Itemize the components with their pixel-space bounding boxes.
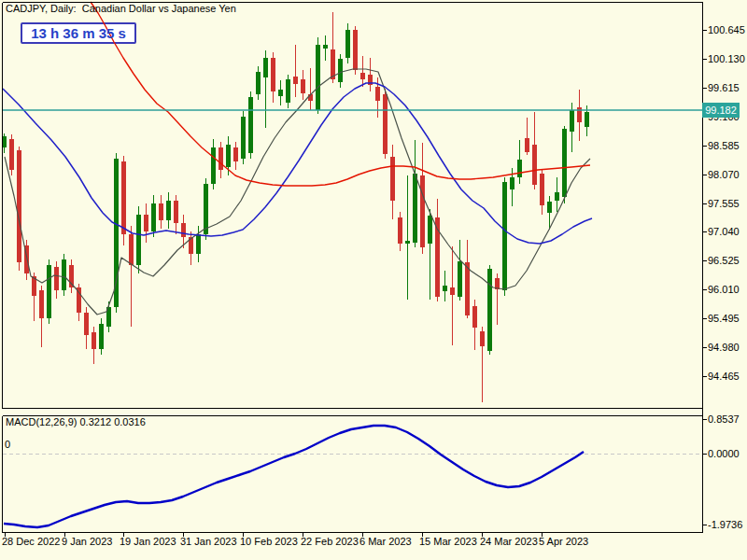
fast-ma-line — [5, 69, 590, 315]
slow-ma-line — [91, 2, 590, 186]
bull-candle-body — [62, 259, 66, 290]
bull-candle-body — [443, 286, 447, 291]
bear-candle-body — [218, 147, 223, 170]
bull-candle-body — [585, 112, 589, 127]
bear-candle-body — [532, 145, 537, 185]
bull-candle-body — [316, 45, 320, 110]
bull-candle-body — [248, 97, 253, 153]
countdown-timer-label: 13 h 36 m 35 s — [22, 23, 134, 43]
bear-candle-body — [577, 107, 582, 122]
bull-candle-body — [204, 184, 208, 234]
bear-candle-body — [233, 147, 238, 161]
bull-candle-body — [211, 147, 216, 184]
bear-candle-body — [17, 150, 21, 262]
bull-candle-body — [226, 145, 231, 167]
bull-candle-body — [47, 265, 51, 318]
bear-candle-body — [525, 138, 529, 152]
bear-candle-body — [159, 203, 163, 220]
bull-candle-body — [570, 110, 574, 132]
bull-candle-body — [136, 215, 141, 265]
chart-window: CADJPY, Daily: Canadian Dollar vs Japane… — [0, 0, 747, 560]
bull-candle-body — [99, 324, 104, 349]
bear-candle-body — [353, 30, 358, 70]
bear-candle-body — [331, 49, 335, 79]
bear-candle-body — [465, 262, 470, 315]
macd-curve — [4, 426, 584, 527]
bear-candle-body — [84, 313, 89, 335]
bull-candle-body — [487, 269, 492, 351]
bull-candle-body — [151, 203, 156, 231]
bull-candle-body — [263, 58, 268, 77]
macd-zero-level-label: 0 — [5, 439, 10, 450]
bear-candle-body — [390, 157, 395, 201]
bear-candle-body — [39, 290, 44, 318]
bear-candle-body — [54, 267, 59, 290]
bull-candle-body — [256, 72, 261, 94]
bull-candle-body — [517, 160, 522, 177]
bear-candle-body — [472, 306, 477, 328]
bull-candle-body — [345, 30, 350, 58]
bear-candle-body — [420, 175, 425, 247]
bull-candle-body — [114, 159, 119, 307]
bull-candle-body — [286, 79, 290, 103]
bear-candle-body — [293, 77, 298, 84]
chart-canvas[interactable] — [0, 0, 747, 560]
chart-symbol-title: CADJPY, Daily: Canadian Dollar vs Japane… — [6, 3, 236, 14]
bull-candle-body — [413, 174, 417, 243]
bear-candle-body — [271, 58, 275, 91]
bull-candle-body — [405, 241, 410, 244]
bull-candle-body — [555, 192, 559, 201]
bear-candle-body — [375, 87, 380, 101]
bull-candle-body — [502, 182, 507, 290]
bear-candle-body — [144, 215, 148, 231]
bull-candle-body — [562, 129, 567, 197]
bear-candle-body — [174, 201, 178, 223]
bull-candle-body — [510, 177, 514, 189]
bull-candle-body — [278, 90, 283, 96]
bear-candle-body — [383, 94, 388, 154]
bull-candle-body — [241, 117, 246, 159]
bear-candle-body — [480, 331, 485, 346]
bull-candle-body — [458, 261, 462, 297]
bull-candle-body — [323, 45, 328, 49]
bear-candle-body — [540, 174, 544, 205]
bull-candle-body — [166, 201, 171, 220]
bull-candle-body — [547, 202, 552, 213]
current-price-tag: 99.182 — [702, 103, 740, 118]
bear-candle-body — [301, 79, 305, 93]
bear-candle-body — [121, 161, 126, 234]
bear-candle-body — [398, 217, 402, 244]
bear-candle-body — [129, 234, 134, 265]
bear-candle-body — [450, 287, 455, 295]
bull-candle-body — [428, 216, 432, 244]
macd-indicator-label: MACD(12,26,9) 0.3212 0.0316 — [6, 416, 146, 427]
bear-candle-body — [9, 139, 14, 170]
bear-candle-body — [360, 73, 365, 79]
bear-candle-body — [92, 332, 96, 349]
bull-candle-body — [338, 59, 343, 82]
bear-candle-body — [181, 223, 186, 237]
bull-candle-body — [196, 234, 201, 254]
